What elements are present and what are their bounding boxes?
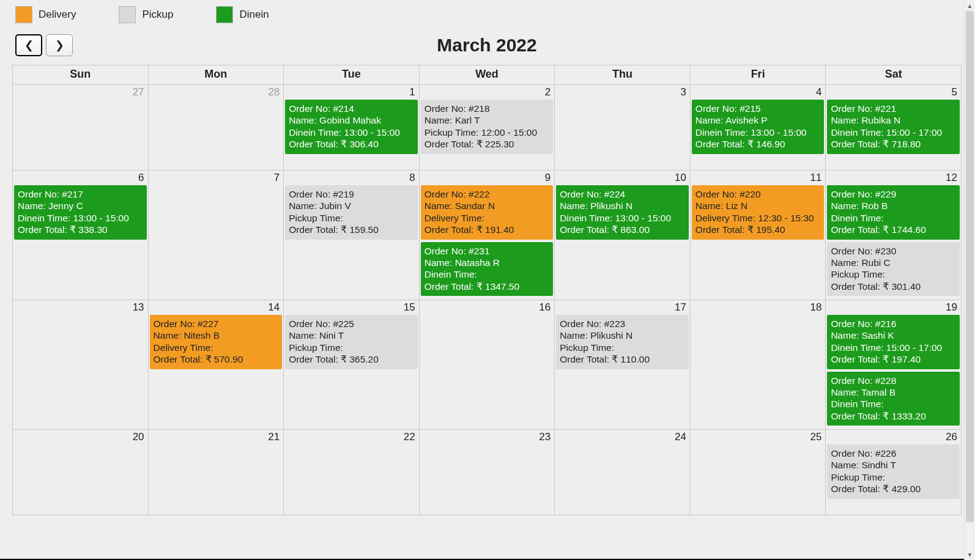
legend-pickup-label: Pickup [142, 9, 173, 21]
event-line: Dinein Time: 13:00 - 15:00 [560, 212, 685, 224]
calendar-cell[interactable]: 27 [13, 85, 149, 171]
day-number: 14 [268, 301, 280, 314]
event-line: Delivery Time: [424, 212, 550, 224]
scroll-track[interactable] [965, 11, 975, 549]
calendar-cell[interactable]: 3 [555, 85, 691, 171]
event-line: Name: Jubin V [289, 200, 414, 212]
order-event[interactable]: Order No: #230Name: Rubi CPickup Time:Or… [827, 242, 960, 297]
event-line: Name: Rob B [831, 200, 956, 212]
calendar-cell[interactable]: 6Order No: #217Name: Jenny CDinein Time:… [13, 171, 149, 300]
calendar-cell[interactable]: 16 [420, 300, 555, 430]
event-line: Dinein Time: [831, 212, 956, 224]
order-event[interactable]: Order No: #229Name: Rob BDinein Time:Ord… [827, 185, 960, 240]
order-event[interactable]: Order No: #228Name: Tamal BDinein Time:O… [827, 372, 960, 426]
order-event[interactable]: Order No: #215Name: Avishek PDinein Time… [692, 100, 825, 154]
event-line: Name: Avishek P [695, 114, 821, 126]
day-number: 18 [810, 301, 822, 314]
event-line: Dinein Time: 13:00 - 15:00 [289, 127, 414, 138]
scroll-thumb[interactable] [966, 11, 974, 522]
calendar-cell[interactable]: 25 [691, 430, 826, 515]
weekday-header: Thu [555, 65, 691, 85]
calendar-cell[interactable]: 24 [555, 430, 691, 515]
event-line: Order No: #224 [560, 188, 685, 200]
day-number: 27 [133, 86, 144, 98]
day-number: 5 [952, 86, 957, 98]
event-line: Pickup Time: [560, 342, 685, 353]
order-event[interactable]: Order No: #221Name: Rubika NDinein Time:… [827, 100, 960, 154]
next-month-button[interactable]: ❯ [46, 34, 73, 56]
order-event[interactable]: Order No: #217Name: Jenny CDinein Time: … [14, 185, 147, 240]
calendar-cell[interactable]: 2Order No: #218Name: Karl TPickup Time: … [420, 85, 555, 171]
day-number: 19 [946, 301, 957, 314]
calendar-cell[interactable]: 10Order No: #224Name: Plikushi NDinein T… [555, 171, 691, 300]
event-line: Order No: #219 [289, 188, 414, 200]
day-number: 16 [539, 301, 551, 314]
event-line: Order No: #226 [831, 448, 956, 459]
calendar-cell[interactable]: 1Order No: #214Name: Gobind MahakDinein … [284, 85, 420, 171]
weekday-header: Wed [420, 65, 555, 85]
calendar-cell[interactable]: 21 [149, 430, 284, 515]
order-event[interactable]: Order No: #223Name: Plikushi NPickup Tim… [556, 315, 689, 369]
event-line: Name: Sandar N [424, 200, 550, 212]
event-line: Dinein Time: [424, 268, 550, 280]
event-line: Order No: #214 [289, 103, 414, 114]
order-event[interactable]: Order No: #224Name: Plikushi NDinein Tim… [556, 185, 689, 240]
order-event[interactable]: Order No: #214Name: Gobind MahakDinein T… [285, 100, 418, 154]
event-line: Order No: #215 [695, 103, 821, 114]
order-event[interactable]: Order No: #222Name: Sandar NDelivery Tim… [421, 185, 554, 240]
order-event[interactable]: Order No: #227Name: Nitesh BDelivery Tim… [150, 315, 283, 369]
calendar-cell[interactable]: 20 [13, 430, 149, 515]
order-event[interactable]: Order No: #219Name: Jubin VPickup Time:O… [285, 185, 418, 240]
calendar-cell[interactable]: 15Order No: #225Name: Nini TPickup Time:… [284, 300, 420, 430]
calendar-cell[interactable]: 8Order No: #219Name: Jubin VPickup Time:… [284, 171, 420, 300]
order-event[interactable]: Order No: #218Name: Karl TPickup Time: 1… [421, 100, 554, 154]
order-event[interactable]: Order No: #216Name: Sashi KDinein Time: … [827, 315, 960, 369]
day-number: 9 [545, 172, 551, 184]
order-event[interactable]: Order No: #226Name: Sindhi TPickup Time:… [827, 444, 960, 499]
event-line: Name: Plikushi N [560, 330, 685, 341]
calendar-cell[interactable]: 28 [149, 85, 284, 171]
day-number: 20 [133, 431, 144, 443]
calendar-cell[interactable]: 7 [149, 171, 284, 300]
order-event[interactable]: Order No: #225Name: Nini TPickup Time:Or… [285, 315, 418, 369]
calendar-cell[interactable]: 4Order No: #215Name: Avishek PDinein Tim… [691, 85, 826, 171]
weekday-header: Fri [691, 65, 826, 85]
calendar-cell[interactable]: 23 [420, 430, 555, 515]
event-line: Order Total: ₹ 338.30 [18, 224, 143, 235]
calendar-cell[interactable]: 19Order No: #216Name: Sashi KDinein Time… [826, 300, 962, 430]
event-line: Order Total: ₹ 197.40 [831, 353, 956, 365]
calendar-cell[interactable]: 9Order No: #222Name: Sandar NDelivery Ti… [420, 171, 555, 300]
day-number: 4 [816, 86, 821, 98]
day-number: 13 [133, 301, 144, 314]
day-number: 7 [274, 172, 280, 184]
event-line: Order No: #217 [18, 188, 143, 200]
weekday-header: Sat [826, 65, 962, 85]
day-number: 15 [404, 301, 415, 314]
event-line: Order No: #231 [424, 245, 550, 257]
event-line: Order Total: ₹ 1744.60 [831, 224, 956, 235]
order-event[interactable]: Order No: #220Name: Liz NDelivery Time: … [692, 185, 825, 240]
event-line: Name: Sindhi T [831, 459, 956, 471]
calendar-cell[interactable]: 14Order No: #227Name: Nitesh BDelivery T… [149, 300, 284, 430]
calendar-cell[interactable]: 13 [13, 300, 149, 430]
calendar-cell[interactable]: 12Order No: #229Name: Rob BDinein Time:O… [826, 171, 962, 300]
calendar-cell[interactable]: 17Order No: #223Name: Plikushi NPickup T… [555, 300, 691, 430]
calendar-cell[interactable]: 26Order No: #226Name: Sindhi TPickup Tim… [826, 430, 962, 515]
calendar-cell[interactable]: 5Order No: #221Name: Rubika NDinein Time… [826, 85, 962, 171]
vertical-scrollbar[interactable]: ▲ ▼ [964, 0, 975, 560]
event-line: Order No: #221 [831, 103, 956, 114]
calendar-cell[interactable]: 18 [691, 300, 826, 430]
calendar-cell[interactable]: 11Order No: #220Name: Liz NDelivery Time… [691, 171, 826, 300]
order-event[interactable]: Order No: #231Name: Natasha RDinein Time… [421, 242, 554, 297]
scroll-up-icon[interactable]: ▲ [965, 0, 976, 11]
event-line: Order No: #216 [831, 318, 956, 330]
event-line: Name: Natasha R [424, 257, 550, 268]
day-number: 26 [946, 431, 957, 443]
event-line: Dinein Time: 15:00 - 17:00 [831, 127, 956, 138]
calendar-title: March 2022 [12, 35, 962, 56]
event-line: Name: Tamal B [831, 386, 956, 398]
calendar-cell[interactable]: 22 [284, 430, 420, 515]
event-line: Pickup Time: [831, 268, 956, 280]
scroll-down-icon[interactable]: ▼ [965, 549, 976, 560]
prev-month-button[interactable]: ❮ [15, 34, 42, 56]
